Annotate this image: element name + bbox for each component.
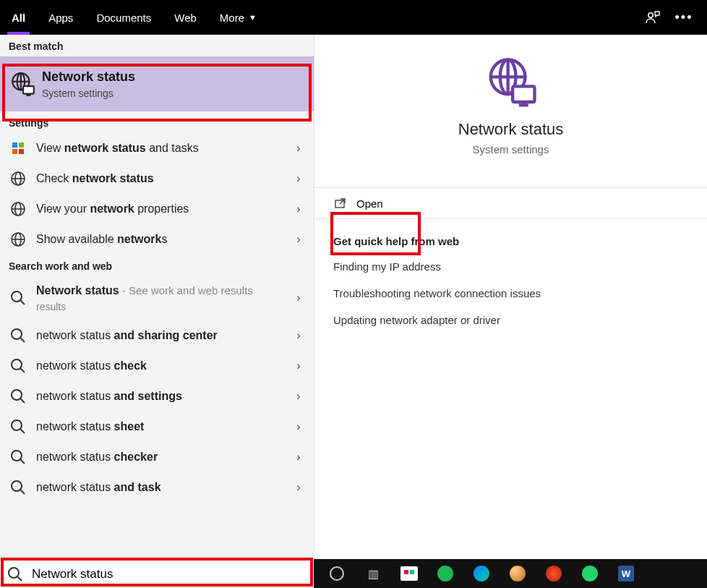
chevron-right-icon: ›	[292, 233, 305, 246]
item-label: network status checker	[36, 450, 282, 465]
best-match-header: Best match	[0, 35, 314, 56]
help-link-adapter[interactable]: Updating network adapter or driver	[333, 314, 688, 326]
chevron-right-icon: ›	[292, 329, 305, 342]
chevron-right-icon: ›	[292, 451, 305, 464]
search-icon	[10, 328, 26, 344]
chevron-right-icon: ›	[292, 390, 305, 403]
detail-title: Network status	[458, 120, 564, 139]
filter-tab-documents[interactable]: Documents	[85, 0, 163, 35]
web-item-network-status[interactable]: Network status - See work and web result…	[0, 276, 314, 320]
settings-item-check-status[interactable]: Check network status ›	[0, 163, 314, 194]
open-label: Open	[356, 197, 383, 210]
globe-icon	[10, 171, 26, 187]
feedback-button[interactable]	[636, 0, 668, 35]
taskbar-whatsapp[interactable]	[574, 559, 606, 588]
help-link-ip[interactable]: Finding my IP address	[333, 260, 688, 273]
chevron-right-icon: ›	[292, 142, 305, 155]
filter-tab-apps[interactable]: Apps	[37, 0, 85, 35]
taskbar-brave[interactable]	[538, 559, 570, 588]
result-detail-pane: Network status System settings Open Get …	[314, 35, 707, 559]
web-item-check[interactable]: network status check ›	[0, 351, 314, 381]
item-label: network status and task	[36, 480, 282, 495]
taskbar-paint[interactable]	[502, 559, 534, 588]
taskbar-word[interactable]: W	[610, 559, 642, 588]
network-status-large-icon	[483, 56, 539, 110]
open-external-icon	[333, 197, 346, 210]
detail-subtitle: System settings	[473, 143, 549, 155]
open-button[interactable]: Open	[314, 188, 402, 218]
network-status-icon	[9, 72, 33, 96]
item-label: network status and settings	[36, 389, 282, 404]
taskbar-store[interactable]	[393, 559, 425, 588]
filter-tab-all[interactable]: All	[0, 0, 37, 35]
item-label: View network status and tasks	[36, 141, 282, 156]
best-match-title: Network status	[42, 69, 135, 85]
taskbar-cortana[interactable]	[321, 559, 353, 588]
chevron-down-icon: ▼	[249, 13, 257, 22]
settings-header: Settings	[0, 111, 314, 133]
quick-help-section: Get quick help from web Finding my IP ad…	[314, 219, 707, 357]
chevron-right-icon: ›	[292, 359, 305, 372]
item-label: network status check	[36, 359, 282, 374]
open-action-row: Open	[314, 187, 707, 219]
taskbar-spotify[interactable]	[429, 559, 461, 588]
web-item-checker[interactable]: network status checker ›	[0, 442, 314, 472]
item-label: Check network status	[36, 171, 282, 187]
person-feedback-icon	[644, 9, 660, 25]
chevron-right-icon: ›	[292, 172, 305, 185]
search-results-pane: Best match Network status System setting…	[0, 35, 707, 559]
best-match-item[interactable]: Network status System settings	[0, 56, 314, 111]
globe-icon	[10, 201, 26, 217]
chevron-right-icon: ›	[292, 203, 305, 216]
search-icon	[10, 388, 26, 404]
quick-help-header: Get quick help from web	[333, 235, 688, 247]
chevron-right-icon: ›	[292, 420, 305, 433]
best-match-subtitle: System settings	[42, 88, 135, 99]
detail-header: Network status System settings	[314, 56, 707, 170]
best-match-text: Network status System settings	[42, 69, 135, 99]
search-icon	[10, 480, 26, 495]
help-link-troubleshoot[interactable]: Troubleshooting network connection issue…	[333, 287, 688, 299]
search-icon	[10, 419, 26, 435]
filter-label: More	[220, 12, 244, 24]
filter-label: Documents	[96, 12, 151, 24]
search-input[interactable]	[30, 566, 307, 582]
web-header: Search work and web	[0, 255, 314, 276]
filter-tab-more[interactable]: More▼	[208, 0, 268, 35]
item-label: Network status - See work and web result…	[36, 284, 282, 313]
chevron-right-icon: ›	[292, 291, 305, 304]
ellipsis-icon: •••	[675, 10, 693, 25]
filter-label: Apps	[48, 12, 73, 24]
search-icon	[10, 449, 26, 465]
filter-label: All	[12, 12, 25, 24]
taskbar-task-view[interactable]: ▥	[357, 559, 389, 588]
search-filter-bar: All Apps Documents Web More▼ •••	[0, 0, 707, 35]
item-label: Show available networks	[36, 232, 282, 247]
more-options-button[interactable]: •••	[668, 0, 700, 35]
chevron-right-icon: ›	[292, 481, 305, 494]
filter-label: Web	[174, 12, 197, 24]
web-item-and-settings[interactable]: network status and settings ›	[0, 381, 314, 412]
results-list: Best match Network status System setting…	[0, 35, 314, 559]
globe-icon	[10, 231, 26, 247]
search-icon	[10, 290, 26, 306]
web-item-and-task[interactable]: network status and task ›	[0, 472, 314, 503]
search-icon	[7, 566, 23, 582]
search-icon	[10, 358, 26, 374]
item-label: View your network properties	[36, 202, 282, 217]
settings-item-view-properties[interactable]: View your network properties ›	[0, 194, 314, 224]
settings-tiles-icon	[10, 140, 26, 156]
item-label: network status and sharing center	[36, 328, 282, 344]
web-item-sharing-center[interactable]: network status and sharing center ›	[0, 320, 314, 351]
filter-tab-web[interactable]: Web	[163, 0, 208, 35]
search-bar	[0, 559, 314, 588]
settings-item-show-networks[interactable]: Show available networks ›	[0, 224, 314, 255]
filter-tabs: All Apps Documents Web More▼	[0, 0, 268, 35]
taskbar-edge[interactable]	[466, 559, 497, 588]
web-item-sheet[interactable]: network status sheet ›	[0, 412, 314, 442]
taskbar: ▥ W	[314, 559, 707, 588]
item-label: network status sheet	[36, 419, 282, 435]
settings-item-view-status-tasks[interactable]: View network status and tasks ›	[0, 133, 314, 163]
